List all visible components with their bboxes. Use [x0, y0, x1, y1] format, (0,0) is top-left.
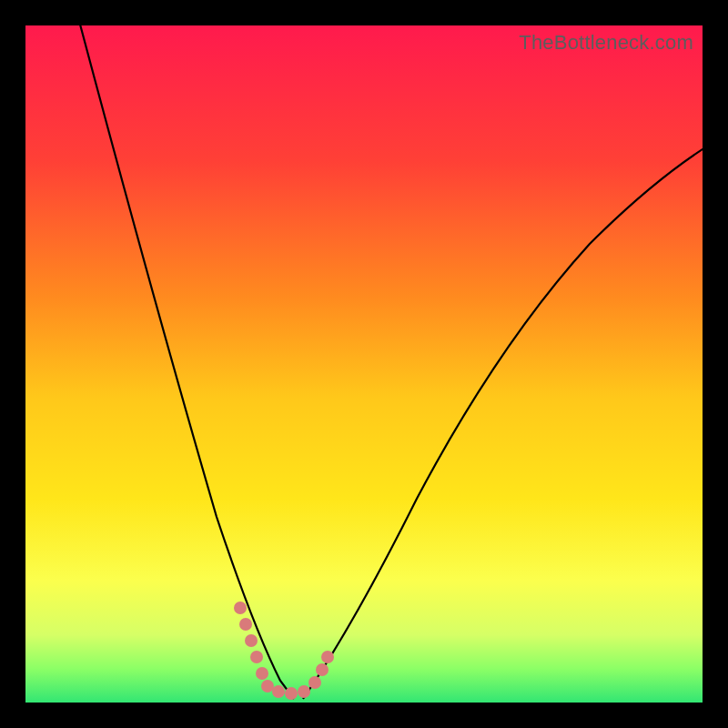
plot-area: TheBottleneck.com: [25, 25, 703, 703]
watermark-text: TheBottleneck.com: [519, 31, 693, 55]
svg-point-1: [234, 602, 247, 614]
svg-point-7: [272, 685, 285, 698]
svg-point-8: [285, 687, 298, 700]
svg-point-5: [256, 667, 268, 680]
curve-left: [76, 25, 294, 699]
svg-point-2: [239, 618, 252, 631]
svg-point-3: [245, 634, 258, 647]
svg-point-9: [298, 685, 310, 698]
svg-point-12: [321, 651, 334, 663]
svg-point-11: [316, 663, 329, 676]
bottleneck-curve: [25, 25, 703, 703]
chart-frame: TheBottleneck.com: [0, 0, 728, 728]
svg-point-10: [308, 676, 321, 689]
svg-point-6: [261, 680, 274, 693]
curve-right: [303, 135, 703, 699]
svg-point-4: [250, 651, 263, 663]
